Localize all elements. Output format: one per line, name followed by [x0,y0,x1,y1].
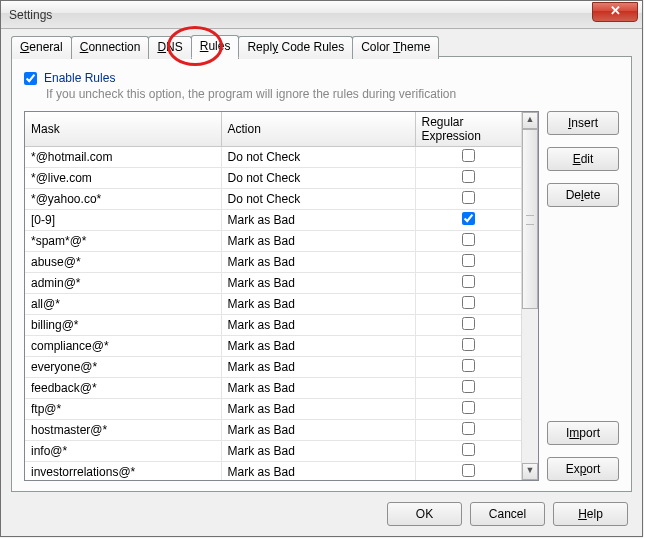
cell-action: Do not Check [221,189,415,210]
col-mask[interactable]: Mask [25,112,221,147]
cell-mask: *@live.com [25,168,221,189]
regex-checkbox[interactable] [462,275,475,288]
table-row[interactable]: ftp@*Mark as Bad [25,399,521,420]
cell-action: Mark as Bad [221,294,415,315]
cell-regex [415,252,521,273]
table-row[interactable]: info@*Mark as Bad [25,441,521,462]
cell-action: Mark as Bad [221,399,415,420]
cell-regex [415,147,521,168]
scroll-up-button[interactable]: ▲ [522,112,538,129]
scroll-thumb[interactable] [522,129,538,309]
cell-mask: all@* [25,294,221,315]
cell-regex [415,168,521,189]
regex-checkbox[interactable] [462,422,475,435]
rules-table: Mask Action Regular Expression *@hotmail… [25,112,521,480]
edit-button[interactable]: Edit [547,147,619,171]
cell-regex [415,273,521,294]
help-button[interactable]: Help [553,502,628,526]
cell-action: Mark as Bad [221,462,415,481]
regex-checkbox[interactable] [462,212,475,225]
table-row[interactable]: admin@*Mark as Bad [25,273,521,294]
regex-checkbox[interactable] [462,401,475,414]
regex-checkbox[interactable] [462,296,475,309]
col-regex[interactable]: Regular Expression [415,112,521,147]
regex-checkbox[interactable] [462,317,475,330]
regex-checkbox[interactable] [462,464,475,477]
titlebar: Settings ✕ [1,1,642,29]
regex-checkbox[interactable] [462,254,475,267]
tab-general[interactable]: General [11,36,72,59]
table-row[interactable]: compliance@*Mark as Bad [25,336,521,357]
cell-regex [415,378,521,399]
table-row[interactable]: *@hotmail.comDo not Check [25,147,521,168]
regex-checkbox[interactable] [462,149,475,162]
scroll-down-button[interactable]: ▼ [522,463,538,480]
cell-regex [415,420,521,441]
cell-action: Mark as Bad [221,420,415,441]
cell-mask: feedback@* [25,378,221,399]
table-row[interactable]: everyone@*Mark as Bad [25,357,521,378]
table-row[interactable]: hostmaster@*Mark as Bad [25,420,521,441]
table-row[interactable]: *spam*@*Mark as Bad [25,231,521,252]
cell-mask: everyone@* [25,357,221,378]
cell-action: Mark as Bad [221,336,415,357]
table-row[interactable]: *@yahoo.co*Do not Check [25,189,521,210]
import-button[interactable]: Import [547,421,619,445]
cancel-button[interactable]: Cancel [470,502,545,526]
cell-regex [415,462,521,481]
tab-dns[interactable]: DNS [148,36,191,59]
vertical-scrollbar[interactable]: ▲ ▼ [521,112,538,480]
tab-connection[interactable]: Connection [71,36,150,59]
cell-action: Mark as Bad [221,357,415,378]
ok-button[interactable]: OK [387,502,462,526]
table-row[interactable]: [0-9]Mark as Bad [25,210,521,231]
table-row[interactable]: abuse@*Mark as Bad [25,252,521,273]
regex-checkbox[interactable] [462,359,475,372]
cell-mask: *spam*@* [25,231,221,252]
regex-checkbox[interactable] [462,191,475,204]
regex-checkbox[interactable] [462,443,475,456]
table-row[interactable]: feedback@*Mark as Bad [25,378,521,399]
tab-rules[interactable]: Rules [191,35,240,58]
cell-mask: admin@* [25,273,221,294]
cell-action: Mark as Bad [221,441,415,462]
enable-rules-hint: If you uncheck this option, the program … [46,87,619,101]
cell-regex [415,189,521,210]
cell-mask: [0-9] [25,210,221,231]
cell-mask: *@hotmail.com [25,147,221,168]
tab-color-theme[interactable]: Color Theme [352,36,439,59]
table-row[interactable]: billing@*Mark as Bad [25,315,521,336]
tab-reply-code-rules[interactable]: Reply Code Rules [238,36,353,59]
enable-rules-label[interactable]: Enable Rules [44,71,115,85]
rules-panel: Enable Rules If you uncheck this option,… [11,56,632,492]
cell-regex [415,357,521,378]
cell-action: Mark as Bad [221,210,415,231]
export-button[interactable]: Export [547,457,619,481]
cell-mask: hostmaster@* [25,420,221,441]
cell-regex [415,315,521,336]
enable-rules-checkbox[interactable] [24,72,37,85]
regex-checkbox[interactable] [462,170,475,183]
regex-checkbox[interactable] [462,380,475,393]
cell-mask: billing@* [25,315,221,336]
settings-dialog: Settings ✕ General Connection DNS Rules … [0,0,643,537]
content-area: General Connection DNS Rules Reply Code … [11,35,632,492]
cell-mask: investorrelations@* [25,462,221,481]
delete-button[interactable]: Delete [547,183,619,207]
cell-action: Mark as Bad [221,378,415,399]
insert-button[interactable]: Insert [547,111,619,135]
cell-mask: ftp@* [25,399,221,420]
cell-regex [415,336,521,357]
cell-action: Mark as Bad [221,252,415,273]
table-row[interactable]: all@*Mark as Bad [25,294,521,315]
regex-checkbox[interactable] [462,338,475,351]
cell-action: Do not Check [221,168,415,189]
table-row[interactable]: *@live.comDo not Check [25,168,521,189]
table-row[interactable]: investorrelations@*Mark as Bad [25,462,521,481]
cell-regex [415,210,521,231]
close-button[interactable]: ✕ [592,2,638,22]
dialog-button-bar: OK Cancel Help [387,502,628,526]
cell-action: Mark as Bad [221,315,415,336]
regex-checkbox[interactable] [462,233,475,246]
col-action[interactable]: Action [221,112,415,147]
